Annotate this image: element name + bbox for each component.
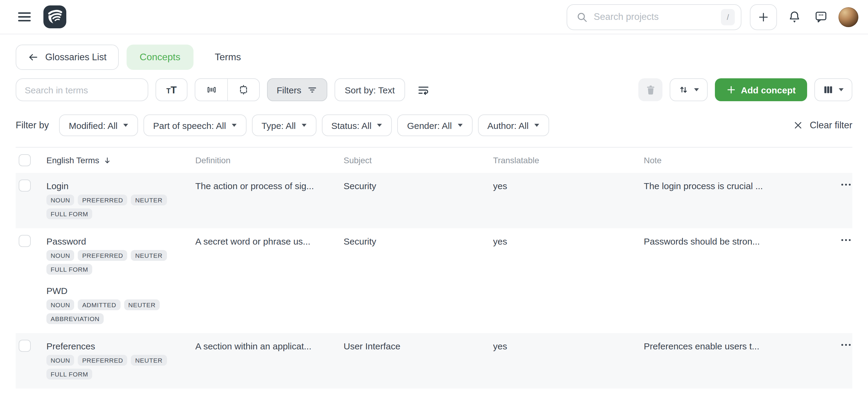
hamburger-menu-button[interactable] [16,10,33,24]
row-menu-button[interactable] [840,341,852,349]
row-checkbox[interactable] [19,235,31,247]
tab-concepts[interactable]: Concepts [126,44,193,70]
row-checkbox[interactable] [19,340,31,352]
filters-button[interactable]: Filters [267,78,327,101]
back-to-glossaries-button[interactable]: Glossaries List [16,44,119,70]
filter-chip-status[interactable]: Status: All [321,114,392,136]
chevron-down-icon [838,88,844,92]
column-header-translatable[interactable]: Translatable [493,156,644,165]
clear-filter-button[interactable]: Clear filter [794,120,852,131]
filter-chip-label: Author: All [487,120,529,130]
cell-terms: LoginNOUNPREFERREDNEUTERFULL FORM [46,179,195,219]
add-concept-label: Add concept [741,85,796,95]
sort-arrows-icon [678,84,689,95]
match-mode-button-group [195,78,260,101]
chat-icon [814,10,828,24]
cell-translatable: yes [493,179,644,192]
search-in-terms-input[interactable] [25,85,139,95]
cell-definition: A secret word or phrase us... [195,235,344,247]
app-logo[interactable] [43,5,66,28]
term-badge: NOUN [46,250,74,261]
column-header-note[interactable]: Note [644,156,831,165]
table-row[interactable]: PasswordNOUNPREFERREDNEUTERFULL FORMPWDN… [16,228,852,333]
term-badges: NOUNPREFERREDNEUTERFULL FORM [46,195,170,219]
row-checkbox-cell [16,340,46,352]
cell-note: The login process is crucial ... [644,179,831,192]
chevron-down-icon [123,124,128,127]
row-checkbox[interactable] [19,179,31,192]
filter-chip-part-of-speech[interactable]: Part of speech: All [144,114,247,136]
chevron-down-icon [457,124,463,127]
whole-word-icon [205,84,217,96]
cell-definition: The action or process of sig... [195,179,344,192]
search-projects-box: / [567,4,741,30]
topbar: / [0,0,868,34]
column-header-english-terms[interactable]: English Terms [46,156,195,165]
row-menu-button[interactable] [840,236,852,244]
whole-word-button[interactable] [195,79,227,101]
sort-direction-button[interactable] [670,78,708,101]
filter-chip-label: Type: All [261,120,296,130]
term-badges: NOUNADMITTEDNEUTERABBREVIATION [46,299,170,324]
row-menu-button[interactable] [840,181,852,189]
tab-terms[interactable]: Terms [202,44,254,70]
term-badge: FULL FORM [46,208,93,219]
term-badge: NOUN [46,195,74,205]
table-row[interactable]: LoginNOUNPREFERREDNEUTERFULL FORMThe act… [16,173,852,228]
wrap-text-button[interactable] [417,83,430,96]
term-badge: NEUTER [124,299,160,310]
glossary-nav: Glossaries List Concepts Terms [16,44,852,70]
search-shortcut-badge: / [721,9,735,25]
term-badge: NEUTER [131,250,167,261]
wrap-text-icon [417,83,430,96]
exact-match-button[interactable] [227,79,259,101]
sort-by-button[interactable]: Sort by: Text [335,78,405,101]
search-in-terms-box [16,78,148,101]
delete-selected-button[interactable] [638,78,662,101]
term-badge: ADMITTED [78,299,121,310]
row-menu-cell [831,340,852,349]
table-row[interactable]: PreferencesNOUNPREFERREDNEUTERFULL FORMA… [16,333,852,389]
filter-bar: Filter by Modified: AllPart of speech: A… [16,114,852,136]
cell-note: Preferences enable users t... [644,340,831,352]
columns-icon [823,84,834,95]
term-badge: FULL FORM [46,264,93,275]
back-button-label: Glossaries List [45,52,106,63]
filter-chip-type[interactable]: Type: All [252,114,316,136]
term-badge: PREFERRED [78,250,127,261]
chevron-down-icon [377,124,382,127]
add-concept-button[interactable]: Add concept [715,78,807,101]
ellipsis-icon [841,183,851,186]
selection-frame-icon [238,84,250,96]
bell-icon [788,10,801,24]
filter-chip-label: Modified: All [69,120,118,130]
create-project-button[interactable] [750,4,777,30]
column-header-label: English Terms [46,156,99,165]
user-avatar[interactable] [838,7,858,27]
plus-icon [758,11,769,23]
concepts-table: English Terms Definition Subject Transla… [16,147,852,389]
feedback-chat-button[interactable] [812,8,830,26]
filter-by-label: Filter by [16,120,49,131]
table-body: LoginNOUNPREFERREDNEUTERFULL FORMThe act… [16,173,852,389]
filter-chip-gender[interactable]: Gender: All [398,114,472,136]
term-text: Login [46,179,188,192]
cell-terms: PasswordNOUNPREFERREDNEUTERFULL FORMPWDN… [46,235,195,324]
text-case-button[interactable]: TT [156,78,187,101]
cell-translatable: yes [493,235,644,247]
term-group: LoginNOUNPREFERREDNEUTERFULL FORM [46,179,188,219]
close-icon [794,121,803,130]
select-all-checkbox[interactable] [19,154,31,166]
filter-chip-author[interactable]: Author: All [478,114,549,136]
chevron-down-icon [231,124,237,127]
search-icon [576,11,588,23]
term-text: Password [46,235,188,247]
columns-button[interactable] [814,78,852,101]
filter-chip-modified[interactable]: Modified: All [59,114,138,136]
column-header-subject[interactable]: Subject [344,156,493,165]
terms-toolbar: TT Filters Sort by: Text [16,78,852,101]
notifications-button[interactable] [785,8,804,26]
column-header-definition[interactable]: Definition [195,156,344,165]
text-case-icon: TT [166,85,177,95]
search-projects-input[interactable] [594,11,715,22]
